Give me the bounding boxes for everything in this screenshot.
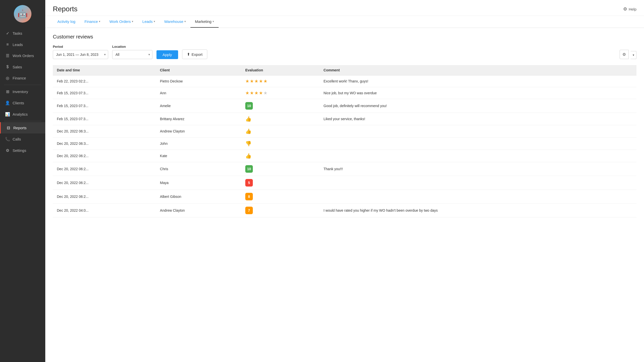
cell-date: Dec 20, 2022 06:2... (53, 162, 156, 176)
tab-label: Leads (142, 19, 153, 24)
main-content: Reports ⚙ Help Activity logFinance▾Work … (45, 0, 644, 362)
table-row[interactable]: Dec 20, 2022 06:2...Chris10Thank you!!! (53, 162, 636, 176)
sidebar-item-label: Calls (13, 137, 21, 141)
tab-chevron-icon: ▾ (213, 20, 214, 23)
cell-comment (319, 176, 636, 190)
star-filled-icon: ★ (245, 90, 249, 96)
avatar: 🤖 (14, 5, 31, 23)
filters-bar: Period Jun 1, 2021 — Jun 8, 2023 ▾ Locat… (53, 45, 636, 59)
sidebar-item-label: Inventory (13, 89, 28, 94)
cell-comment (319, 150, 636, 162)
work-orders-icon: ☰ (5, 53, 10, 58)
gear-icon: ⚙ (622, 52, 626, 57)
location-select[interactable]: All (112, 50, 152, 59)
sidebar-item-calls[interactable]: 📞 Calls (0, 133, 45, 145)
sidebar-item-reports[interactable]: ⊟ Reports (0, 122, 45, 133)
cell-comment (319, 125, 636, 138)
table-row[interactable]: Dec 20, 2022 06:2...Kate👍 (53, 150, 636, 162)
table-row[interactable]: Feb 15, 2023 07:3...Brittany Alvarez👍Lik… (53, 113, 636, 125)
tab-chevron-icon: ▾ (184, 20, 186, 23)
sidebar-item-settings[interactable]: ⚙ Settings (0, 145, 45, 156)
cell-comment: Nice job, but my WO was overdue (319, 87, 636, 99)
apply-button[interactable]: Apply (156, 50, 178, 59)
table-row[interactable]: Feb 15, 2023 07:3...Ann★★★★★Nice job, bu… (53, 87, 636, 99)
table-header: Date and timeClientEvaluationComment (53, 65, 636, 75)
table-expand-button[interactable]: ▾ (631, 51, 636, 59)
sidebar-item-leads[interactable]: ≡ Leads (0, 39, 45, 50)
tab-activity-log[interactable]: Activity log (53, 16, 80, 28)
tabs-bar: Activity logFinance▾Work Orders▾Leads▾Wa… (45, 16, 644, 28)
evaluation-badge: 8 (245, 193, 253, 200)
star-filled-icon: ★ (254, 78, 258, 84)
tab-finance[interactable]: Finance▾ (80, 16, 105, 28)
sidebar-item-label: Leads (13, 42, 23, 47)
location-filter-group: Location All ▾ (112, 45, 152, 59)
sidebar-item-label: Finance (13, 76, 26, 80)
cell-evaluation: 10 (241, 162, 319, 176)
thumbs-down-icon: 👎 (245, 141, 252, 146)
table-settings-button[interactable]: ⚙ (620, 50, 629, 59)
cell-comment: I would have rated you higher if my WO h… (319, 204, 636, 217)
tab-label: Work Orders (109, 19, 131, 24)
page-title: Reports (53, 5, 77, 13)
settings-icon: ⚙ (5, 148, 10, 153)
cell-date: Feb 15, 2023 07:3... (53, 99, 156, 113)
cell-comment: Liked your service, thanks! (319, 113, 636, 125)
table-body: Feb 22, 2023 02:2...Pietro Deckow★★★★★Ex… (53, 75, 636, 217)
tab-leads[interactable]: Leads▾ (138, 16, 160, 28)
table-row[interactable]: Dec 20, 2022 04:0...Andrew Clayton7I wou… (53, 204, 636, 217)
cell-client: Amelie (156, 99, 241, 113)
tab-label: Finance (85, 19, 98, 24)
location-label: Location (112, 45, 152, 49)
sales-icon: $ (5, 65, 10, 69)
tab-warehouse[interactable]: Warehouse▾ (160, 16, 190, 28)
table-row[interactable]: Dec 20, 2022 06:2...Maya5 (53, 176, 636, 190)
evaluation-badge: 5 (245, 179, 253, 187)
help-button[interactable]: ⚙ Help (623, 6, 636, 12)
tab-chevron-icon: ▾ (99, 20, 100, 23)
tab-work-orders[interactable]: Work Orders▾ (105, 16, 138, 28)
clients-icon: 👤 (5, 101, 10, 105)
sidebar-nav: ✓ Tasks ≡ Leads ☰ Work Orders $ Sales ◎ … (0, 28, 45, 362)
table-row[interactable]: Feb 22, 2023 02:2...Pietro Deckow★★★★★Ex… (53, 75, 636, 87)
cell-date: Feb 22, 2023 02:2... (53, 75, 156, 87)
sidebar-item-work-orders[interactable]: ☰ Work Orders (0, 50, 45, 61)
cell-date: Feb 15, 2023 07:3... (53, 113, 156, 125)
sidebar-item-tasks[interactable]: ✓ Tasks (0, 28, 45, 39)
analytics-icon: 📊 (5, 112, 10, 117)
cell-evaluation: 👍 (241, 125, 319, 138)
cell-date: Dec 20, 2022 06:2... (53, 176, 156, 190)
cell-client: Kate (156, 150, 241, 162)
thumbs-up-icon: 👍 (245, 128, 252, 134)
sidebar-item-inventory[interactable]: ⊞ Inventory (0, 86, 45, 97)
evaluation-badge: 10 (245, 165, 253, 173)
sidebar-item-label: Work Orders (13, 54, 34, 58)
table-row[interactable]: Feb 15, 2023 07:3...Amelie10Good job, de… (53, 99, 636, 113)
sidebar-item-clients[interactable]: 👤 Clients (0, 97, 45, 109)
star-filled-icon: ★ (245, 78, 249, 84)
calls-icon: 📞 (5, 137, 10, 142)
star-rating: ★★★★★ (245, 78, 315, 84)
location-select-wrapper: All ▾ (112, 50, 152, 59)
export-button[interactable]: ⬆ Export (182, 50, 207, 59)
sidebar-item-sales[interactable]: $ Sales (0, 61, 45, 72)
table-column-header: Comment (319, 65, 636, 75)
avatar-container: 🤖 (0, 0, 45, 28)
section-title: Customer reviews (53, 34, 636, 40)
sidebar-item-analytics[interactable]: 📊 Analytics (0, 109, 45, 120)
table-row[interactable]: Dec 20, 2022 06:3...Andrew Clayton👍 (53, 125, 636, 138)
table-row[interactable]: Dec 20, 2022 06:2...Albert Gibson8 (53, 190, 636, 204)
cell-date: Dec 20, 2022 06:3... (53, 125, 156, 138)
cell-comment: Thank you!!! (319, 162, 636, 176)
sidebar-item-finance[interactable]: ◎ Finance (0, 72, 45, 84)
finance-icon: ◎ (5, 76, 10, 80)
help-label: Help (629, 7, 636, 11)
period-select[interactable]: Jun 1, 2021 — Jun 8, 2023 (53, 50, 108, 59)
star-empty-icon: ★ (263, 90, 267, 96)
tab-marketing[interactable]: Marketing▾ (190, 16, 219, 28)
cell-client: Maya (156, 176, 241, 190)
cell-evaluation: 👍 (241, 150, 319, 162)
star-filled-icon: ★ (250, 78, 254, 84)
table-row[interactable]: Dec 20, 2022 06:3...John👎 (53, 138, 636, 150)
cell-client: Andrew Clayton (156, 204, 241, 217)
